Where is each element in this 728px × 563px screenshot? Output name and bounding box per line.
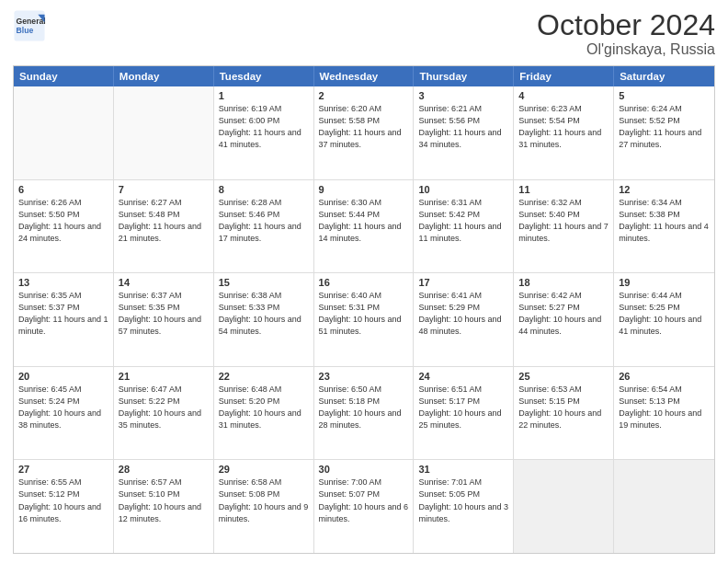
cell-text: Sunrise: 6:48 AM Sunset: 5:20 PM Dayligh… (219, 384, 309, 431)
cell-text: Sunrise: 6:30 AM Sunset: 5:44 PM Dayligh… (319, 197, 409, 245)
cal-cell-r0-c4: 3Sunrise: 6:21 AM Sunset: 5:56 PM Daylig… (414, 86, 514, 179)
cal-cell-r1-c4: 10Sunrise: 6:31 AM Sunset: 5:42 PM Dayli… (414, 180, 514, 273)
cal-cell-r1-c3: 9Sunrise: 6:30 AM Sunset: 5:44 PM Daylig… (314, 180, 415, 273)
calendar-row-1: 6Sunrise: 6:26 AM Sunset: 5:50 PM Daylig… (14, 179, 714, 273)
day-number: 22 (219, 371, 309, 382)
calendar-row-4: 27Sunrise: 6:55 AM Sunset: 5:12 PM Dayli… (14, 459, 714, 553)
cal-cell-r3-c4: 24Sunrise: 6:51 AM Sunset: 5:17 PM Dayli… (414, 367, 514, 460)
cal-cell-r0-c6: 5Sunrise: 6:24 AM Sunset: 5:52 PM Daylig… (614, 86, 714, 179)
cell-text: Sunrise: 7:00 AM Sunset: 5:07 PM Dayligh… (319, 477, 409, 524)
cell-text: Sunrise: 6:40 AM Sunset: 5:31 PM Dayligh… (319, 290, 409, 338)
cal-cell-r0-c2: 1Sunrise: 6:19 AM Sunset: 6:00 PM Daylig… (214, 86, 314, 179)
cell-text: Sunrise: 6:34 AM Sunset: 5:38 PM Dayligh… (619, 197, 710, 245)
cell-text: Sunrise: 6:41 AM Sunset: 5:29 PM Dayligh… (418, 290, 508, 338)
cell-text: Sunrise: 6:47 AM Sunset: 5:22 PM Dayligh… (119, 384, 209, 431)
cell-text: Sunrise: 6:44 AM Sunset: 5:25 PM Dayligh… (619, 290, 710, 338)
cal-cell-r3-c2: 22Sunrise: 6:48 AM Sunset: 5:20 PM Dayli… (214, 367, 314, 460)
cal-cell-r3-c5: 25Sunrise: 6:53 AM Sunset: 5:15 PM Dayli… (514, 367, 614, 460)
calendar-row-0: 1Sunrise: 6:19 AM Sunset: 6:00 PM Daylig… (14, 86, 714, 179)
day-number: 10 (418, 184, 508, 195)
calendar-row-2: 13Sunrise: 6:35 AM Sunset: 5:37 PM Dayli… (14, 272, 714, 366)
day-number: 2 (319, 90, 409, 101)
cal-cell-r1-c1: 7Sunrise: 6:27 AM Sunset: 5:48 PM Daylig… (114, 180, 214, 273)
calendar-row-3: 20Sunrise: 6:45 AM Sunset: 5:24 PM Dayli… (14, 366, 714, 460)
cell-text: Sunrise: 6:54 AM Sunset: 5:13 PM Dayligh… (619, 384, 710, 431)
cal-cell-r2-c3: 16Sunrise: 6:40 AM Sunset: 5:31 PM Dayli… (314, 273, 415, 366)
cell-text: Sunrise: 6:23 AM Sunset: 5:54 PM Dayligh… (518, 103, 609, 151)
cell-text: Sunrise: 6:50 AM Sunset: 5:18 PM Dayligh… (319, 384, 409, 431)
cal-cell-r2-c0: 13Sunrise: 6:35 AM Sunset: 5:37 PM Dayli… (14, 273, 114, 366)
cal-cell-r4-c4: 31Sunrise: 7:01 AM Sunset: 5:05 PM Dayli… (414, 460, 514, 553)
day-number: 17 (418, 277, 508, 288)
cal-cell-r4-c5 (514, 460, 614, 553)
cal-cell-r3-c0: 20Sunrise: 6:45 AM Sunset: 5:24 PM Dayli… (14, 367, 114, 460)
cell-text: Sunrise: 6:26 AM Sunset: 5:50 PM Dayligh… (18, 197, 108, 245)
weekday-friday: Friday (514, 66, 614, 86)
cal-cell-r0-c5: 4Sunrise: 6:23 AM Sunset: 5:54 PM Daylig… (514, 86, 614, 179)
cell-text: Sunrise: 6:31 AM Sunset: 5:42 PM Dayligh… (418, 197, 508, 245)
cell-text: Sunrise: 6:42 AM Sunset: 5:27 PM Dayligh… (518, 290, 609, 338)
cal-cell-r3-c1: 21Sunrise: 6:47 AM Sunset: 5:22 PM Dayli… (114, 367, 214, 460)
page: General Blue October 2024 Ol'ginskaya, R… (0, 0, 728, 563)
cal-cell-r2-c1: 14Sunrise: 6:37 AM Sunset: 5:35 PM Dayli… (114, 273, 214, 366)
day-number: 4 (518, 90, 609, 101)
day-number: 20 (18, 371, 108, 382)
cal-cell-r1-c2: 8Sunrise: 6:28 AM Sunset: 5:46 PM Daylig… (214, 180, 314, 273)
cal-cell-r2-c6: 19Sunrise: 6:44 AM Sunset: 5:25 PM Dayli… (614, 273, 714, 366)
header: General Blue October 2024 Ol'ginskaya, R… (13, 9, 715, 58)
cell-text: Sunrise: 6:57 AM Sunset: 5:10 PM Dayligh… (119, 477, 209, 524)
cal-cell-r3-c6: 26Sunrise: 6:54 AM Sunset: 5:13 PM Dayli… (614, 367, 714, 460)
cal-cell-r4-c1: 28Sunrise: 6:57 AM Sunset: 5:10 PM Dayli… (114, 460, 214, 553)
day-number: 31 (418, 464, 508, 475)
day-number: 28 (119, 464, 209, 475)
cal-cell-r4-c6 (614, 460, 714, 553)
cal-cell-r4-c3: 30Sunrise: 7:00 AM Sunset: 5:07 PM Dayli… (314, 460, 415, 553)
cal-cell-r4-c2: 29Sunrise: 6:58 AM Sunset: 5:08 PM Dayli… (214, 460, 314, 553)
title-location: Ol'ginskaya, Russia (537, 41, 715, 58)
cal-cell-r2-c2: 15Sunrise: 6:38 AM Sunset: 5:33 PM Dayli… (214, 273, 314, 366)
day-number: 24 (418, 371, 508, 382)
day-number: 29 (219, 464, 309, 475)
logo: General Blue (13, 9, 46, 42)
cal-cell-r1-c6: 12Sunrise: 6:34 AM Sunset: 5:38 PM Dayli… (614, 180, 714, 273)
cell-text: Sunrise: 6:24 AM Sunset: 5:52 PM Dayligh… (619, 103, 710, 151)
calendar: Sunday Monday Tuesday Wednesday Thursday… (13, 65, 715, 554)
cell-text: Sunrise: 6:20 AM Sunset: 5:58 PM Dayligh… (319, 103, 409, 151)
cal-cell-r0-c3: 2Sunrise: 6:20 AM Sunset: 5:58 PM Daylig… (314, 86, 415, 179)
day-number: 8 (219, 184, 309, 195)
weekday-wednesday: Wednesday (314, 66, 415, 86)
day-number: 13 (18, 277, 108, 288)
cell-text: Sunrise: 6:58 AM Sunset: 5:08 PM Dayligh… (219, 477, 309, 524)
calendar-body: 1Sunrise: 6:19 AM Sunset: 6:00 PM Daylig… (14, 86, 714, 553)
day-number: 26 (619, 371, 710, 382)
cell-text: Sunrise: 6:19 AM Sunset: 6:00 PM Dayligh… (219, 103, 309, 151)
weekday-thursday: Thursday (414, 66, 514, 86)
day-number: 3 (418, 90, 508, 101)
logo-icon: General Blue (13, 9, 46, 42)
day-number: 21 (119, 371, 209, 382)
cell-text: Sunrise: 6:53 AM Sunset: 5:15 PM Dayligh… (518, 384, 609, 431)
day-number: 23 (319, 371, 409, 382)
day-number: 27 (18, 464, 108, 475)
weekday-tuesday: Tuesday (214, 66, 314, 86)
cell-text: Sunrise: 6:51 AM Sunset: 5:17 PM Dayligh… (418, 384, 508, 431)
calendar-header: Sunday Monday Tuesday Wednesday Thursday… (14, 66, 714, 86)
cal-cell-r3-c3: 23Sunrise: 6:50 AM Sunset: 5:18 PM Dayli… (314, 367, 415, 460)
day-number: 7 (119, 184, 209, 195)
cal-cell-r1-c5: 11Sunrise: 6:32 AM Sunset: 5:40 PM Dayli… (514, 180, 614, 273)
day-number: 1 (219, 90, 309, 101)
cell-text: Sunrise: 6:45 AM Sunset: 5:24 PM Dayligh… (18, 384, 108, 431)
day-number: 18 (518, 277, 609, 288)
day-number: 14 (119, 277, 209, 288)
cal-cell-r1-c0: 6Sunrise: 6:26 AM Sunset: 5:50 PM Daylig… (14, 180, 114, 273)
cell-text: Sunrise: 7:01 AM Sunset: 5:05 PM Dayligh… (418, 477, 508, 524)
cell-text: Sunrise: 6:55 AM Sunset: 5:12 PM Dayligh… (18, 477, 108, 524)
cell-text: Sunrise: 6:32 AM Sunset: 5:40 PM Dayligh… (518, 197, 609, 245)
weekday-monday: Monday (114, 66, 214, 86)
day-number: 9 (319, 184, 409, 195)
day-number: 11 (518, 184, 609, 195)
day-number: 16 (319, 277, 409, 288)
day-number: 12 (619, 184, 710, 195)
day-number: 5 (619, 90, 710, 101)
cell-text: Sunrise: 6:37 AM Sunset: 5:35 PM Dayligh… (119, 290, 209, 338)
